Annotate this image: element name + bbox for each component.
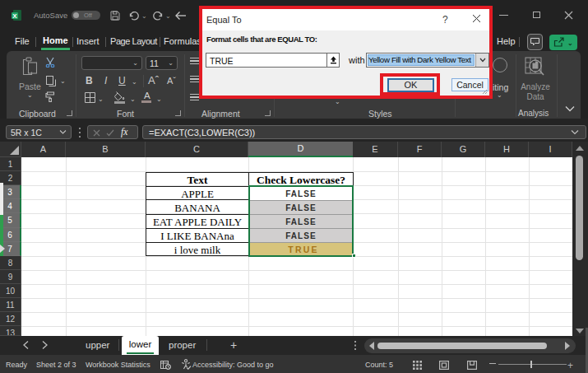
svg-text:X: X bbox=[12, 12, 17, 20]
